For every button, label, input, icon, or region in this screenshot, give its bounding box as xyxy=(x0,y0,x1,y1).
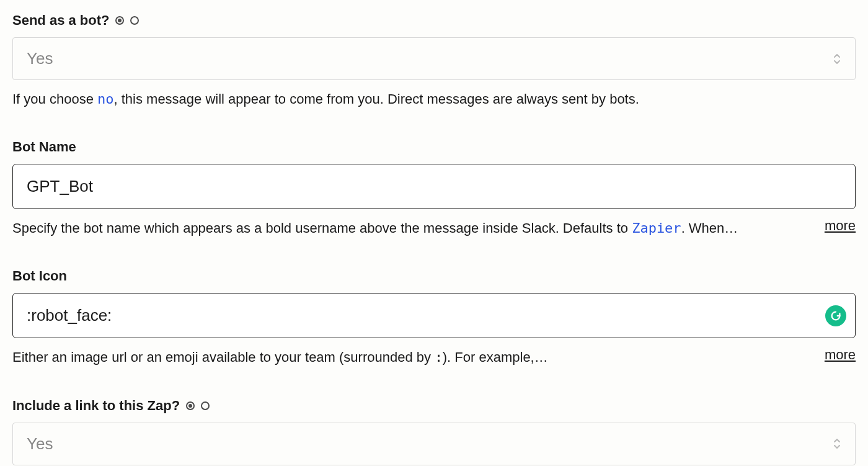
include-link-label-row: Include a link to this Zap? xyxy=(12,398,210,414)
bot-name-help-text: Specify the bot name which appears as a … xyxy=(12,218,806,238)
help-text-post: ). For example,… xyxy=(443,349,548,365)
bot-icon-help-text: Either an image url or an emoji availabl… xyxy=(12,347,806,368)
send-as-bot-field: Send as a bot? Yes If you choose no, thi… xyxy=(12,12,856,109)
send-as-bot-help-text: If you choose no, this message will appe… xyxy=(12,89,856,109)
bot-name-label: Bot Name xyxy=(12,139,76,155)
bot-name-input[interactable] xyxy=(27,177,841,196)
updown-caret-icon xyxy=(833,53,841,65)
bot-icon-field: Bot Icon Either an image url or an emoji… xyxy=(12,268,856,368)
bot-icon-more-link[interactable]: more xyxy=(825,347,856,363)
help-code-no: no xyxy=(97,91,114,107)
send-as-bot-dropdown-value: Yes xyxy=(27,49,53,68)
help-text-pre: Either an image url or an emoji availabl… xyxy=(12,349,435,365)
send-as-bot-radio-dynamic[interactable] xyxy=(115,16,124,25)
help-code-colon: : xyxy=(435,350,443,365)
include-link-field: Include a link to this Zap? Yes If you c… xyxy=(12,398,856,467)
send-as-bot-label: Send as a bot? xyxy=(12,12,109,29)
send-as-bot-help-row: If you choose no, this message will appe… xyxy=(12,89,856,109)
updown-caret-icon xyxy=(833,437,841,450)
send-as-bot-label-row: Send as a bot? xyxy=(12,12,139,29)
include-link-radio-dynamic[interactable] xyxy=(186,401,195,410)
send-as-bot-radio-group xyxy=(115,16,139,25)
include-link-dropdown-value: Yes xyxy=(27,434,53,454)
help-text-post: , this message will appear to come from … xyxy=(113,91,639,107)
help-text-pre: Specify the bot name which appears as a … xyxy=(12,220,632,236)
include-link-radio-group xyxy=(186,401,210,410)
include-link-radio-static[interactable] xyxy=(201,401,210,410)
help-code-zapier: Zapier xyxy=(632,220,681,236)
bot-icon-help-row: Either an image url or an emoji availabl… xyxy=(12,347,856,368)
bot-icon-input-wrapper[interactable] xyxy=(12,293,856,338)
grammarly-icon[interactable] xyxy=(825,305,846,326)
bot-name-more-link[interactable]: more xyxy=(825,218,856,234)
help-text-pre: If you choose xyxy=(12,91,97,107)
send-as-bot-dropdown[interactable]: Yes xyxy=(12,37,856,80)
help-text-post: . When… xyxy=(681,220,738,236)
bot-name-help-row: Specify the bot name which appears as a … xyxy=(12,218,856,238)
include-link-dropdown[interactable]: Yes xyxy=(12,423,856,465)
bot-name-field: Bot Name Specify the bot name which appe… xyxy=(12,139,856,238)
include-link-label: Include a link to this Zap? xyxy=(12,398,180,414)
bot-icon-input[interactable] xyxy=(27,306,841,325)
bot-icon-label: Bot Icon xyxy=(12,268,67,284)
bot-name-input-wrapper[interactable] xyxy=(12,164,856,209)
send-as-bot-radio-static[interactable] xyxy=(130,16,139,25)
